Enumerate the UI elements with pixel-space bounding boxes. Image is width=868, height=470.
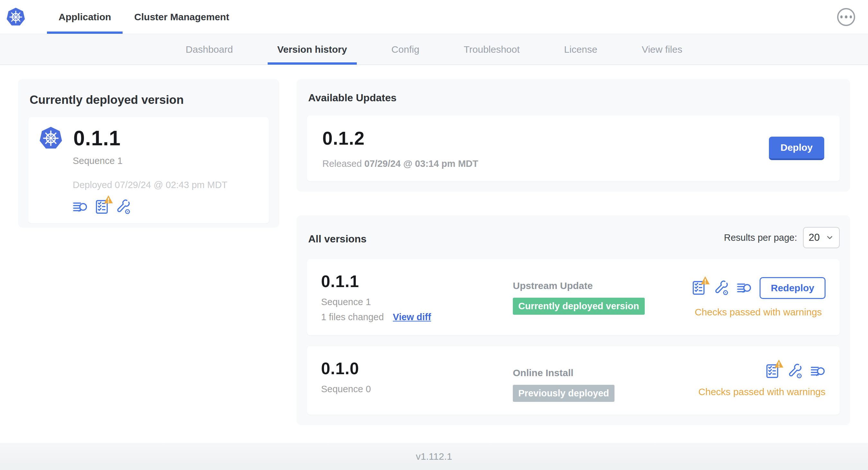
available-updates-panel: Available Updates 0.1.2 Released 07/29/2… bbox=[297, 79, 850, 192]
row-source-label: Upstream Update bbox=[513, 280, 691, 291]
row-sequence: Sequence 0 bbox=[321, 384, 513, 395]
row-source-label: Online Install bbox=[513, 367, 699, 378]
warning-triangle-icon bbox=[701, 276, 710, 285]
all-versions-title: All versions bbox=[308, 233, 366, 245]
currently-deployed-badge: Currently deployed version bbox=[513, 298, 645, 315]
preflight-checks-warning-icon[interactable] bbox=[691, 280, 706, 296]
preflight-checks-warning-icon[interactable] bbox=[94, 199, 110, 214]
main-content: Currently deployed version 0.1.1 bbox=[0, 65, 868, 425]
results-per-page-value: 20 bbox=[809, 232, 820, 243]
tab-troubleshoot[interactable]: Troubleshoot bbox=[454, 34, 529, 65]
deploy-button[interactable]: Deploy bbox=[769, 137, 824, 160]
tab-config[interactable]: Config bbox=[382, 34, 429, 65]
current-version-sequence: Sequence 1 bbox=[73, 156, 259, 166]
deploy-logs-icon[interactable] bbox=[737, 280, 752, 296]
row-actions: Redeploy Checks passed with warnings bbox=[691, 277, 826, 317]
tab-version-history[interactable]: Version history bbox=[268, 34, 357, 65]
previously-deployed-badge: Previously deployed bbox=[513, 385, 615, 402]
row-sequence: Sequence 1 bbox=[321, 297, 513, 307]
warning-triangle-icon bbox=[774, 359, 784, 368]
console-version: v1.112.1 bbox=[416, 451, 452, 462]
currently-deployed-title: Currently deployed version bbox=[30, 93, 269, 107]
tab-cluster-management[interactable]: Cluster Management bbox=[123, 0, 241, 34]
app-footer: v1.112.1 bbox=[0, 443, 868, 470]
kubernetes-logo-icon bbox=[6, 7, 26, 27]
header-spacer bbox=[241, 0, 837, 34]
redeploy-button[interactable]: Redeploy bbox=[760, 277, 826, 299]
app-logo bbox=[6, 0, 26, 34]
version-row-0-1-0: 0.1.0 Sequence 0 Online Install Previous… bbox=[307, 346, 840, 415]
deploy-logs-icon[interactable] bbox=[73, 199, 88, 214]
edit-config-icon[interactable] bbox=[116, 199, 131, 214]
all-versions-panel: All versions Results per page: 20 0.1.1 … bbox=[297, 215, 850, 425]
results-per-page-label: Results per page: bbox=[724, 232, 797, 243]
files-changed-label: 1 files changed bbox=[321, 312, 384, 323]
tab-view-files[interactable]: View files bbox=[632, 34, 692, 65]
update-released-date: Released 07/29/24 @ 03:14 pm MDT bbox=[322, 159, 478, 169]
tab-license[interactable]: License bbox=[554, 34, 607, 65]
preflight-status-text: Checks passed with warnings bbox=[694, 307, 822, 317]
released-label: Released bbox=[322, 159, 362, 169]
available-update-card: 0.1.2 Released 07/29/24 @ 03:14 pm MDT D… bbox=[307, 115, 840, 181]
ellipsis-menu-icon[interactable] bbox=[837, 8, 855, 26]
preflight-status-text: Checks passed with warnings bbox=[699, 387, 826, 397]
preflight-checks-warning-icon[interactable] bbox=[765, 364, 780, 379]
current-version-actions bbox=[73, 199, 259, 214]
row-version-number: 0.1.0 bbox=[321, 359, 513, 378]
tab-dashboard[interactable]: Dashboard bbox=[176, 34, 243, 65]
view-diff-link[interactable]: View diff bbox=[393, 312, 431, 323]
right-column: Available Updates 0.1.2 Released 07/29/2… bbox=[297, 79, 850, 425]
edit-config-icon[interactable] bbox=[714, 280, 729, 296]
released-date-value: 07/29/24 @ 03:14 pm MDT bbox=[365, 159, 478, 169]
version-row-0-1-1: 0.1.1 Sequence 1 1 files changed View di… bbox=[307, 259, 840, 335]
update-version-number: 0.1.2 bbox=[322, 128, 478, 149]
top-header: Application Cluster Management bbox=[0, 0, 868, 34]
tab-application[interactable]: Application bbox=[47, 0, 123, 34]
header-tabs: Application Cluster Management bbox=[47, 0, 241, 34]
edit-config-icon[interactable] bbox=[787, 364, 803, 379]
deploy-logs-icon[interactable] bbox=[810, 364, 826, 379]
row-actions: Checks passed with warnings bbox=[699, 364, 826, 397]
kubernetes-app-icon bbox=[39, 126, 63, 150]
available-updates-title: Available Updates bbox=[308, 92, 840, 104]
current-version-number: 0.1.1 bbox=[73, 126, 121, 150]
warning-triangle-icon bbox=[103, 195, 113, 204]
current-version-deployed-date: Deployed 07/29/24 @ 02:43 pm MDT bbox=[73, 180, 259, 190]
currently-deployed-card: 0.1.1 Sequence 1 Deployed 07/29/24 @ 02:… bbox=[28, 117, 269, 224]
results-per-page-select[interactable]: 20 bbox=[803, 227, 840, 248]
currently-deployed-panel: Currently deployed version 0.1.1 bbox=[18, 79, 279, 228]
chevron-down-icon bbox=[826, 233, 834, 242]
app-subnav: Dashboard Version history Config Trouble… bbox=[0, 34, 868, 65]
row-version-number: 0.1.1 bbox=[321, 272, 513, 291]
